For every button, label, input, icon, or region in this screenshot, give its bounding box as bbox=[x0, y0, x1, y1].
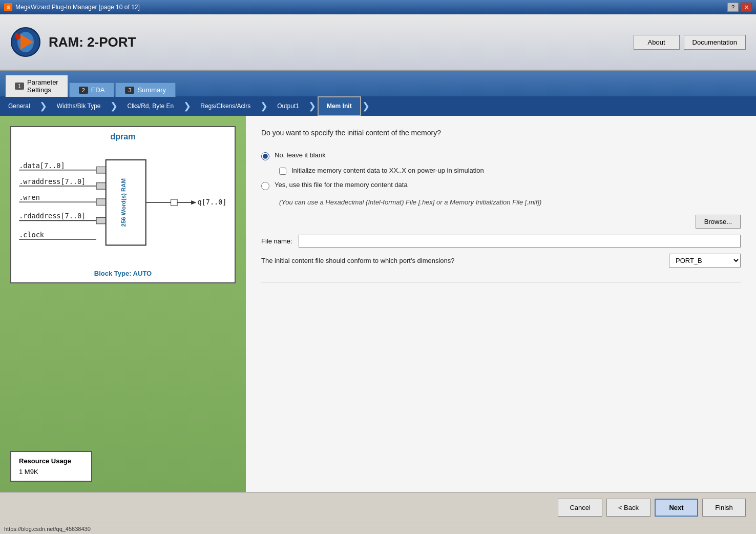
step-clks-label: Clks/Rd, Byte En bbox=[128, 102, 174, 110]
bottom-bar: Cancel < Back Next Finish bbox=[0, 492, 756, 523]
tab-parameter-settings[interactable]: 1 ParameterSettings bbox=[5, 75, 68, 97]
documentation-button[interactable]: Documentation bbox=[684, 35, 746, 50]
main-window: RAM: 2-PORT About Documentation 1 Parame… bbox=[0, 14, 756, 534]
resource-box: Resource Usage 1 M9K bbox=[10, 451, 92, 482]
svg-rect-17 bbox=[96, 217, 106, 223]
about-button[interactable]: About bbox=[634, 35, 680, 50]
header-area: RAM: 2-PORT About Documentation bbox=[0, 14, 756, 71]
step-arrow-4: ❯ bbox=[259, 96, 269, 116]
divider bbox=[261, 282, 741, 282]
checkbox-group: Initialize memory content data to XX..X … bbox=[279, 167, 741, 175]
browse-row: Browse... bbox=[261, 215, 741, 229]
svg-text:256 Word(s) RAM: 256 Word(s) RAM bbox=[120, 178, 127, 227]
tabs-area: 1 ParameterSettings 2 EDA 3 Summary bbox=[0, 71, 756, 96]
left-panel: dpram .data[7..0] .wraddress[7..0] .wren… bbox=[0, 116, 246, 492]
content-area: dpram .data[7..0] .wraddress[7..0] .wren… bbox=[0, 116, 756, 492]
close-button[interactable]: ✕ bbox=[741, 3, 752, 12]
file-row: File name: bbox=[261, 235, 741, 248]
option-no-label: No, leave it blank bbox=[275, 151, 326, 159]
step-meminit[interactable]: Mem Init bbox=[318, 96, 361, 116]
step-arrow-1: ❯ bbox=[38, 96, 49, 116]
cancel-button[interactable]: Cancel bbox=[558, 499, 602, 517]
checkbox-label: Initialize memory content data to XX..X … bbox=[291, 167, 484, 174]
step-arrow-5: ❯ bbox=[307, 96, 318, 116]
step-output1-label: Output1 bbox=[277, 102, 299, 110]
step-arrow-3: ❯ bbox=[182, 96, 192, 116]
step-output1[interactable]: Output1 bbox=[269, 96, 307, 116]
diagram-svg: .data[7..0] .wraddress[7..0] .wren .rdad… bbox=[16, 147, 229, 264]
option-no: No, leave it blank bbox=[261, 151, 741, 160]
question-text: Do you want to specify the initial conte… bbox=[261, 129, 741, 137]
title-bar: ⚙ MegaWizard Plug-In Manager [page 10 of… bbox=[0, 0, 756, 14]
step-arrow-6: ❯ bbox=[361, 96, 371, 116]
option-yes: Yes, use this file for the memory conten… bbox=[261, 181, 741, 190]
tab-num-3: 3 bbox=[125, 87, 134, 94]
radio-group: No, leave it blank Initialize memory con… bbox=[261, 151, 741, 268]
tab-label-1: ParameterSettings bbox=[27, 78, 58, 94]
resource-title: Resource Usage bbox=[19, 457, 83, 465]
svg-text:q[7..0]: q[7..0] bbox=[198, 198, 227, 206]
port-select[interactable]: PORT_A PORT_B bbox=[669, 254, 741, 268]
step-regs-label: Regs/Clkens/Aclrs bbox=[200, 102, 250, 110]
port-question-label: The initial content file should conform … bbox=[261, 257, 663, 264]
svg-marker-29 bbox=[191, 200, 196, 204]
status-url: https://blog.csdn.net/qq_45638430 bbox=[4, 526, 91, 532]
next-button[interactable]: Next bbox=[655, 499, 698, 517]
status-bar: https://blog.csdn.net/qq_45638430 bbox=[0, 523, 756, 534]
svg-rect-11 bbox=[96, 183, 106, 189]
option-yes-label: Yes, use this file for the memory conten… bbox=[275, 181, 408, 189]
tab-label-3: Summary bbox=[137, 86, 166, 94]
header-buttons: About Documentation bbox=[634, 35, 746, 50]
step-meminit-label: Mem Init bbox=[327, 102, 352, 110]
step-widths-label: Widths/Blk Type bbox=[57, 102, 101, 110]
tab-label-2: EDA bbox=[91, 86, 105, 94]
app-icon: ⚙ bbox=[4, 3, 12, 11]
step-regs[interactable]: Regs/Clkens/Aclrs bbox=[192, 96, 259, 116]
header-left: RAM: 2-PORT bbox=[10, 27, 136, 57]
svg-text:.data[7..0]: .data[7..0] bbox=[19, 161, 65, 170]
tab-num-2: 2 bbox=[79, 87, 88, 94]
resource-value: 1 M9K bbox=[19, 468, 83, 476]
svg-text:.wren: .wren bbox=[19, 193, 40, 201]
step-clks[interactable]: Clks/Rd, Byte En bbox=[119, 96, 182, 116]
help-button[interactable]: ? bbox=[727, 3, 739, 12]
steps-bar: General ❯ Widths/Blk Type ❯ Clks/Rd, Byt… bbox=[0, 96, 756, 116]
block-type-label: Block Type: AUTO bbox=[16, 270, 229, 277]
checkbox-init[interactable] bbox=[279, 168, 286, 175]
radio-no[interactable] bbox=[261, 152, 269, 160]
svg-text:.rdaddress[7..0]: .rdaddress[7..0] bbox=[19, 212, 86, 220]
step-widths[interactable]: Widths/Blk Type bbox=[49, 96, 109, 116]
window-title: MegaWizard Plug-In Manager [page 10 of 1… bbox=[15, 4, 140, 11]
tab-summary[interactable]: 3 Summary bbox=[115, 83, 176, 97]
svg-text:.wraddress[7..0]: .wraddress[7..0] bbox=[19, 177, 86, 186]
tab-num-1: 1 bbox=[15, 83, 24, 90]
svg-text:.clock: .clock bbox=[19, 231, 44, 239]
svg-rect-27 bbox=[171, 199, 177, 206]
back-button[interactable]: < Back bbox=[606, 499, 650, 517]
page-title: RAM: 2-PORT bbox=[49, 34, 136, 50]
step-general[interactable]: General bbox=[0, 96, 38, 116]
file-name-label: File name: bbox=[261, 237, 292, 245]
right-panel: Do you want to specify the initial conte… bbox=[246, 116, 756, 492]
finish-button[interactable]: Finish bbox=[702, 499, 746, 517]
port-row: The initial content file should conform … bbox=[261, 254, 741, 268]
radio-yes[interactable] bbox=[261, 182, 269, 190]
window-controls: ? ✕ bbox=[727, 3, 752, 12]
diagram-title: dpram bbox=[16, 132, 229, 141]
step-arrow-2: ❯ bbox=[109, 96, 119, 116]
svg-rect-14 bbox=[96, 199, 106, 205]
tab-eda[interactable]: 2 EDA bbox=[69, 83, 115, 97]
browse-button[interactable]: Browse... bbox=[696, 215, 741, 229]
svg-rect-8 bbox=[96, 167, 106, 173]
file-name-input[interactable] bbox=[299, 235, 741, 248]
step-general-label: General bbox=[8, 102, 30, 110]
diagram-box: dpram .data[7..0] .wraddress[7..0] .wren… bbox=[10, 126, 236, 283]
sub-text: (You can use a Hexadecimal (Intel-format… bbox=[279, 198, 741, 206]
logo-icon bbox=[10, 27, 41, 57]
